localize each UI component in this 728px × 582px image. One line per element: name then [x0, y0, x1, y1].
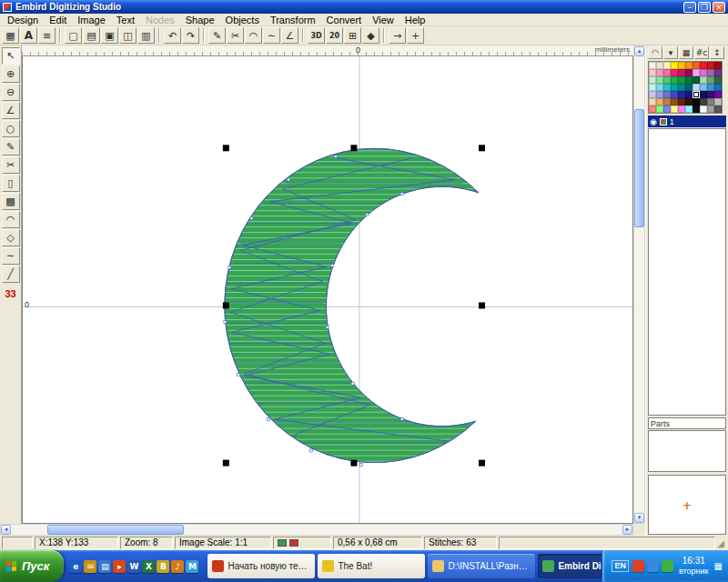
palette-color[interactable] — [656, 84, 663, 91]
select-tool[interactable]: ↖ — [2, 47, 20, 65]
palette-color[interactable] — [649, 69, 656, 76]
palette-color[interactable] — [693, 76, 700, 84]
spin-button[interactable]: ↕ — [710, 46, 724, 59]
crescent-shape[interactable] — [225, 148, 479, 462]
wave-tool[interactable]: ∼ — [2, 247, 20, 265]
palette-color[interactable] — [693, 69, 700, 76]
task-embird-button[interactable]: Embird Digitizing Stud... — [538, 554, 602, 578]
palette-color[interactable] — [671, 98, 678, 105]
palette-color[interactable] — [714, 105, 722, 113]
scroll-down-button[interactable]: ▾ — [634, 513, 644, 523]
ellipse-tool[interactable]: ○ — [2, 120, 20, 137]
palette-color[interactable] — [671, 105, 678, 113]
freehand-tool[interactable]: ✎ — [2, 138, 20, 156]
mesh-button[interactable]: ⊞ — [344, 27, 361, 44]
palette-color[interactable] — [663, 62, 671, 69]
show-desktop-icon[interactable]: ▤ — [98, 560, 111, 573]
zoom-out-tool[interactable]: ⊖ — [2, 84, 20, 101]
edit-nodes-button[interactable]: ✎ — [208, 27, 226, 44]
task-thebat-button[interactable]: The Bat! — [318, 554, 425, 578]
palette-color[interactable] — [707, 62, 714, 69]
menu-transform[interactable]: Transform — [265, 14, 321, 26]
palette-color[interactable] — [707, 84, 714, 91]
tray-icon[interactable] — [632, 560, 644, 572]
undo-button[interactable]: ↶ — [164, 27, 181, 44]
crescent-design[interactable] — [23, 56, 632, 523]
palette-color[interactable] — [714, 62, 722, 69]
palette-color[interactable] — [714, 76, 722, 84]
wave-button[interactable]: ∼ — [263, 27, 280, 44]
menu-design[interactable]: Design — [2, 14, 44, 26]
horizontal-scrollbar[interactable]: ◂ ▸ — [0, 524, 633, 536]
menu-shape[interactable]: Shape — [180, 14, 220, 26]
task-forum-button[interactable]: Начать новую тему :: В... — [207, 554, 315, 578]
palette-color[interactable] — [685, 98, 693, 105]
ie-icon[interactable]: e — [69, 560, 82, 573]
palette-color[interactable] — [656, 76, 663, 84]
palette-color[interactable] — [656, 91, 663, 98]
palette-color[interactable] — [678, 62, 685, 69]
redo-button[interactable]: ↷ — [182, 27, 199, 44]
parts-list[interactable] — [648, 430, 726, 472]
design-canvas[interactable]: 0 — [22, 56, 633, 524]
palette-color[interactable] — [656, 98, 663, 105]
column-tool[interactable]: ▯ — [2, 175, 20, 192]
vertical-scrollbar[interactable]: ▴ ▾ — [633, 45, 645, 524]
menu-convert[interactable]: Convert — [321, 14, 368, 26]
merge-design-button[interactable]: ◫ — [119, 27, 136, 44]
palette-color[interactable] — [678, 98, 685, 105]
palette-color[interactable] — [678, 91, 685, 98]
layer-visibility-icon[interactable]: ◉ — [650, 117, 657, 126]
palette-color[interactable] — [714, 91, 722, 98]
menu-text[interactable]: Text — [111, 14, 140, 26]
messenger-icon[interactable]: M — [186, 560, 198, 573]
new-design-button[interactable]: ▢ — [65, 27, 82, 44]
palette-color[interactable] — [693, 62, 700, 69]
palette-color[interactable] — [671, 91, 678, 98]
language-indicator[interactable]: EN — [612, 560, 629, 572]
palette-color[interactable] — [707, 69, 714, 76]
minimize-button[interactable]: – — [683, 2, 696, 13]
scroll-right-button[interactable]: ▸ — [622, 525, 632, 535]
palette-color[interactable] — [685, 69, 693, 76]
palette-color[interactable] — [656, 62, 663, 69]
palette-color[interactable] — [693, 84, 700, 91]
media-player-icon[interactable]: ▸ — [113, 560, 126, 573]
object-list[interactable] — [648, 128, 726, 416]
palette-color[interactable] — [685, 62, 693, 69]
palette-color[interactable] — [671, 76, 678, 84]
mode-dropdown[interactable]: ▾ — [663, 46, 678, 59]
palette-color[interactable] — [685, 91, 693, 98]
palette-color[interactable] — [663, 105, 671, 113]
text-tool-button[interactable]: A — [20, 27, 37, 44]
palette-color[interactable] — [671, 62, 678, 69]
print-button[interactable]: ▥ — [137, 27, 155, 44]
palette-grid-button[interactable]: ▦ — [2, 27, 19, 44]
curve-mode-button[interactable]: ◠ — [648, 46, 662, 59]
palette-color[interactable] — [693, 105, 700, 113]
connector-tool[interactable]: ╱ — [2, 266, 20, 283]
palette-color[interactable] — [678, 76, 685, 84]
close-button[interactable]: × — [713, 2, 725, 13]
palette-color[interactable] — [649, 84, 656, 91]
menu-help[interactable]: Help — [399, 14, 431, 26]
palette-color[interactable] — [707, 105, 714, 113]
palette-color[interactable] — [685, 84, 693, 91]
palette-color[interactable] — [714, 84, 722, 91]
palette-color[interactable] — [649, 62, 656, 69]
palette-color[interactable] — [656, 69, 663, 76]
palette-color[interactable] — [685, 105, 693, 113]
palette-color[interactable] — [649, 105, 656, 113]
palette-button[interactable]: ▦ — [679, 46, 693, 59]
word-icon[interactable]: W — [127, 560, 140, 573]
layer-row[interactable]: ◉ 1 — [648, 115, 726, 127]
palette-color[interactable] — [685, 76, 693, 84]
palette-color[interactable] — [671, 69, 678, 76]
pointer-mode-button[interactable]: → — [389, 27, 406, 44]
palette-color[interactable] — [649, 76, 656, 84]
palette-color[interactable] — [700, 105, 707, 113]
measure-tool[interactable]: ∠ — [2, 102, 20, 119]
resize-grip[interactable]: ◢ — [717, 538, 726, 548]
center-origin-button[interactable]: + — [407, 27, 424, 44]
tray-icon[interactable] — [662, 560, 673, 572]
